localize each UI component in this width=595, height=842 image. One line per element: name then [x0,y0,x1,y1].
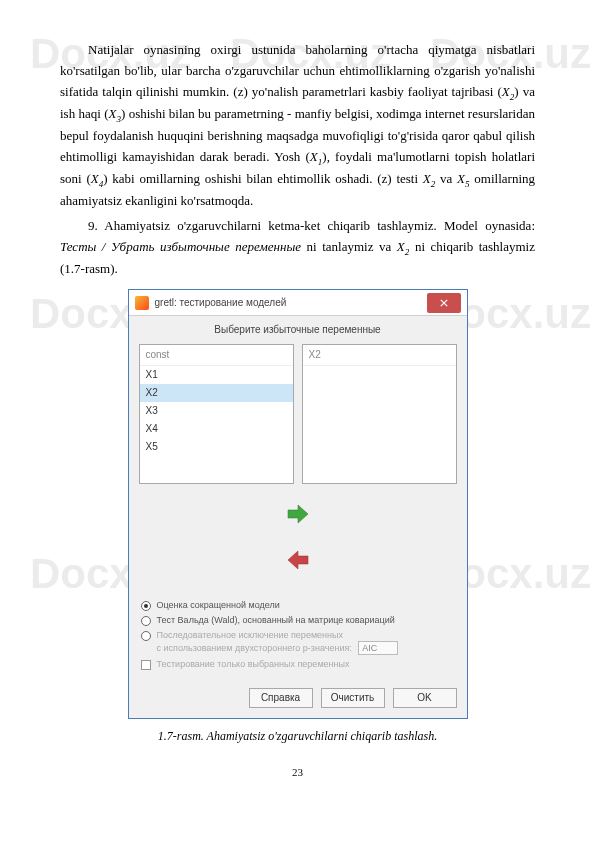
option-1[interactable]: Оценка сокращенной модели [141,600,455,611]
paragraph-2: 9. Ahamiyatsiz o'zgaruvchilarni ketma-ke… [60,216,535,280]
gretl-dialog: gretl: тестирование моделей Выберите изб… [128,289,468,719]
option-label: Тестирование только выбранных переменных [157,659,455,670]
checkbox-icon [141,660,151,670]
left-listbox[interactable]: const X1 X2 X3 X4 X5 [139,344,294,484]
list-item[interactable]: X5 [140,438,293,456]
dialog-subtitle: Выберите избыточные переменные [129,316,467,344]
figure-caption: 1.7-rasm. Ahamiyatsiz o'zgaruvchilarni c… [60,727,535,746]
clear-button[interactable]: Очистить [321,688,385,708]
option-3[interactable]: Последовательное исключение переменных с… [141,630,455,655]
criterion-select[interactable]: AIC [358,641,398,655]
menu-path: Тесты / Убрать избыточные переменные [60,239,301,254]
var-x3: X3 [109,106,122,121]
list-header-left: const [140,345,293,366]
lists-area: const X1 X2 X3 X4 X5 X2 [129,344,467,484]
titlebar: gretl: тестирование моделей [129,290,467,316]
var-x4: X4 [91,171,104,186]
options-group: Оценка сокращенной модели Тест Вальда (W… [129,590,467,680]
list-item[interactable]: X1 [140,366,293,384]
radio-icon [141,616,151,626]
var-x5: X5 [457,171,470,186]
page-content: Natijalar oynasining oxirgi ustunida bah… [0,0,595,802]
arrow-left-icon [286,550,310,570]
var-x2: X2 [502,84,515,99]
remove-button[interactable] [283,548,313,572]
option-2[interactable]: Тест Вальда (Wald), основанный на матриц… [141,615,455,626]
text: Natijalar oynasining oxirgi ustunida bah… [60,42,535,99]
var-x2b: X2 [423,171,436,186]
list-header-right: X2 [303,345,456,366]
text: ) kabi omillarning oshishi bilan ehtimol… [103,171,423,186]
option-label: Последовательное исключение переменных с… [157,630,455,655]
radio-icon [141,601,151,611]
option-label: Тест Вальда (Wald), основанный на матриц… [157,615,455,626]
app-icon [135,296,149,310]
ok-button[interactable]: OK [393,688,457,708]
arrow-right-icon [286,504,310,524]
text: ni tanlaymiz va [301,239,397,254]
transfer-buttons [129,484,467,590]
dialog-title: gretl: тестирование моделей [155,295,427,311]
var-x2c: X2 [397,239,410,254]
right-listbox[interactable]: X2 [302,344,457,484]
option-label: Оценка сокращенной модели [157,600,455,611]
paragraph-1: Natijalar oynasining oxirgi ustunida bah… [60,40,535,212]
help-button[interactable]: Справка [249,688,313,708]
dialog-buttons: Справка Очистить OK [129,680,467,718]
page-number: 23 [60,764,535,782]
add-button[interactable] [283,502,313,526]
text: va [435,171,457,186]
close-icon [440,299,448,307]
dialog-screenshot: gretl: тестирование моделей Выберите изб… [60,289,535,719]
text: 9. Ahamiyatsiz o'zgaruvchilarni ketma-ke… [88,218,535,233]
list-item[interactable]: X2 [140,384,293,402]
var-x1: X1 [310,149,323,164]
close-button[interactable] [427,293,461,313]
radio-icon [141,631,151,641]
list-item[interactable]: X4 [140,420,293,438]
option-4[interactable]: Тестирование только выбранных переменных [141,659,455,670]
list-item[interactable]: X3 [140,402,293,420]
